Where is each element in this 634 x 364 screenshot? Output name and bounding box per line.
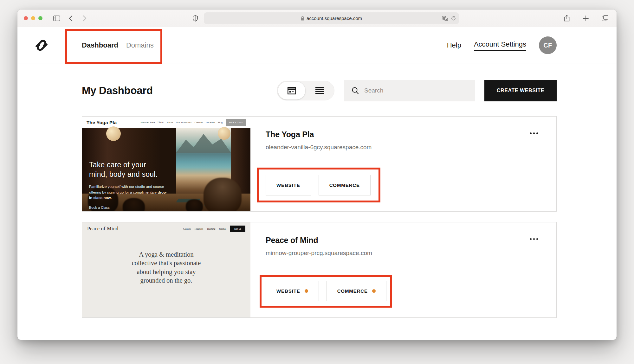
site-name: Peace of Mind [266,236,541,245]
thumb-site-title: Peace of Mind [87,226,119,232]
zoom-window-button[interactable] [38,16,42,20]
thumb-hero-link: Book a Class [89,206,110,210]
account-settings-link[interactable]: Account Settings [474,40,526,51]
lock-icon [301,16,304,21]
site-thumbnail[interactable]: Peace of Mind Classes Teachers Training … [82,222,250,317]
squarespace-logo-icon[interactable] [33,37,50,54]
privacy-shield-icon[interactable] [190,14,201,23]
lantern-decoration [106,126,121,141]
thumb-hero-heading: Take care of your mind, body and soul. [89,160,174,179]
thumb-site-title: The Yoga Pla [87,120,117,125]
new-tab-icon[interactable] [580,14,591,23]
thumb-cta-button: Sign up [230,226,245,232]
forward-button[interactable] [79,14,90,23]
search-box[interactable] [344,80,475,101]
browser-toolbar: account.squarespace.com [17,10,617,27]
view-toggle[interactable] [277,81,334,100]
site-domain: minnow-grouper-prcg.squarespace.com [266,250,541,257]
site-card-peace-of-mind: Peace of Mind Classes Teachers Training … [82,222,557,318]
card-view-button[interactable] [278,82,305,99]
translate-icon[interactable] [442,16,448,21]
app-header: Dashboard Domains Help Account Settings … [17,27,617,63]
avatar[interactable]: CF [539,36,557,54]
sidebar-toggle-icon[interactable] [51,14,62,23]
create-website-button[interactable]: CREATE WEBSITE [484,80,557,101]
help-link[interactable]: Help [447,41,461,49]
lantern-decoration [218,127,230,140]
search-icon [352,87,359,94]
nav-dashboard[interactable]: Dashboard [82,41,118,49]
primary-nav: Dashboard Domains [82,27,154,63]
minimize-window-button[interactable] [31,16,35,20]
thumb-nav: Classes Teachers Training Journal [183,227,226,230]
thumb-hero-body: Familiarize yourself with our studio and… [89,184,169,201]
site-name: The Yoga Pla [266,130,541,139]
commerce-button[interactable]: COMMERCE [319,175,371,195]
thumb-cta-button: Book a Class [226,119,246,126]
back-button[interactable] [65,14,76,23]
thumb-hero-image: Take care of your mind, body and soul. F… [82,128,250,211]
close-window-button[interactable] [24,16,28,20]
url-text: account.squarespace.com [307,16,362,21]
page-title: My Dashboard [82,85,153,97]
site-card-the-yoga-pla: The Yoga Pla Member Area Home About Our … [82,116,557,212]
tab-overview-icon[interactable] [599,14,610,23]
website-button[interactable]: WEBSITE [266,281,319,301]
status-dot [372,289,376,293]
address-bar[interactable]: account.squarespace.com [204,12,459,24]
website-button[interactable]: WEBSITE [266,175,311,195]
site-menu-ellipsis-icon[interactable] [528,131,540,136]
share-icon[interactable] [561,14,572,23]
site-thumbnail[interactable]: The Yoga Pla Member Area Home About Our … [82,117,250,211]
site-domain: oleander-vanilla-6gcy.squarespace.com [266,144,541,151]
commerce-button[interactable]: COMMERCE [327,281,386,301]
list-view-icon [315,87,324,94]
window-controls [24,16,42,20]
site-menu-ellipsis-icon[interactable] [528,236,540,242]
status-dot [305,289,308,293]
thumb-tagline: A yoga & meditation collective that's pa… [82,250,250,285]
thumb-nav: Member Area Home About Our Instructors C… [140,121,222,124]
nav-domains[interactable]: Domains [126,41,154,49]
list-view-button[interactable] [305,87,334,94]
reload-icon[interactable] [451,16,456,21]
search-input[interactable] [364,87,467,94]
card-view-icon [288,87,296,94]
browser-window: account.squarespace.com [17,10,617,340]
